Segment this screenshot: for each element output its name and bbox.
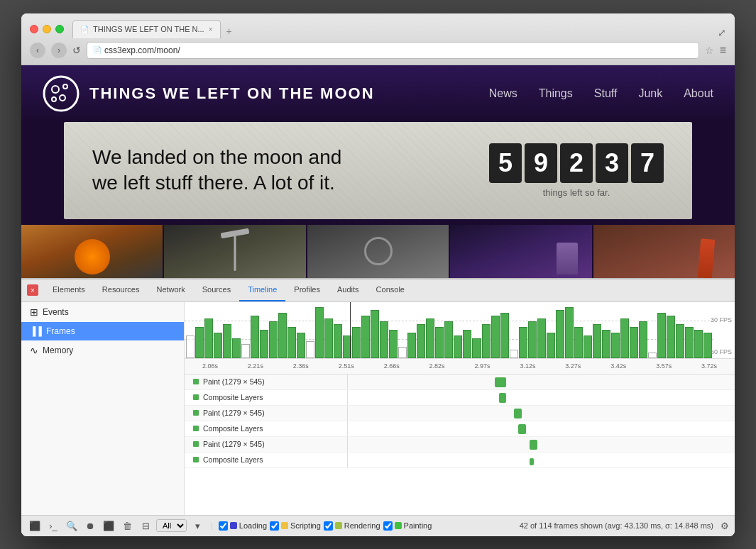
sidebar-label-memory: Memory [43,345,73,355]
nav-link-junk[interactable]: Junk [638,87,662,100]
menu-button[interactable]: ≡ [720,44,726,57]
digit-3: 3 [596,143,628,183]
tab-profiles[interactable]: Profiles [285,279,329,301]
filter-dropdown[interactable]: All [156,519,187,532]
hero-text: We landed on the moon and we left stuff … [92,145,362,196]
ruler-mark-0: 2.06s [187,362,233,370]
tab-sources[interactable]: Sources [194,279,239,301]
address-lock-icon: 📄 [93,46,102,54]
ruler-mark-10: 3.57s [641,362,686,370]
bookmark-button[interactable]: ☆ [705,45,714,56]
ruler-mark-5: 2.82s [415,362,460,370]
records-area: Paint (1279 × 545) Composite Layers [185,375,735,468]
ruler-mark-2: 2.36s [278,362,324,370]
loading-checkbox[interactable] [219,521,228,531]
ruler-mark-11: 3.72s [686,362,732,370]
painting-checkbox[interactable] [383,521,393,531]
rendering-checkbox[interactable] [324,521,333,531]
filter-painting[interactable]: Painting [383,521,432,531]
back-icon: ‹ [36,45,39,55]
sidebar-label-events: Events [43,307,69,317]
record-label-5: Composite Layers [185,453,348,467]
address-field[interactable]: 📄 css3exp.com/moon/ [87,42,699,59]
loading-label: Loading [239,521,267,530]
record-bar-area-3 [348,421,735,436]
svg-point-0 [44,77,78,111]
record-label-2: Paint (1279 × 545) [185,406,348,421]
thumbnail-2[interactable] [164,225,305,278]
table-row: Composite Layers [185,453,735,468]
record-label-4: Paint (1279 × 545) [185,437,348,452]
table-row: Paint (1279 × 545) [185,375,735,390]
record-dot-0 [193,379,199,384]
dock-button[interactable]: ⬛ [27,518,43,533]
thumbnail-4[interactable] [450,225,591,278]
record-bar-area-1 [348,390,735,405]
sidebar-item-memory[interactable]: ∿ Memory [21,340,184,360]
tab-resources[interactable]: Resources [94,279,148,301]
tab-close-btn[interactable]: × [209,26,213,33]
clear-button[interactable]: 🗑 [119,518,135,533]
record-button[interactable]: ⏺ [82,518,98,533]
thumbnail-3[interactable] [307,225,449,278]
record-label-1: Composite Layers [185,390,348,405]
nav-link-stuff[interactable]: Stuff [594,87,618,100]
tab-icon: 📄 [80,26,89,33]
back-button[interactable]: ‹ [30,43,45,58]
record-text-0: Paint (1279 × 545) [203,377,265,386]
record-text-5: Composite Layers [203,455,263,464]
record-block-1 [499,393,507,403]
thumbnails-row [21,219,735,278]
table-row: Paint (1279 × 545) [185,406,735,421]
thumbnail-1[interactable] [21,225,163,278]
title-bar: 📄 THINGS WE LEFT ON THE N... × + ⤢ [21,13,735,39]
table-row: Composite Layers [185,390,735,406]
digit-5: 5 [489,143,522,183]
sidebar-label-frames: Frames [46,326,75,336]
nav-link-about[interactable]: About [684,87,713,100]
record-block-5 [530,458,533,465]
devtools-close-button[interactable]: × [27,284,38,296]
maximize-traffic-light[interactable] [55,25,64,33]
close-traffic-light[interactable] [30,25,38,33]
tab-timeline[interactable]: Timeline [239,279,285,301]
tab-network[interactable]: Network [148,279,193,301]
nav-link-things[interactable]: Things [539,87,573,100]
settings-icon[interactable]: ⚙ [721,521,729,531]
tab-title: THINGS WE LEFT ON THE N... [93,25,204,33]
record-bar-area-4 [348,437,735,452]
scripting-checkbox[interactable] [270,521,279,531]
filter-arrow[interactable]: ▾ [190,518,205,533]
tab-console[interactable]: Console [368,279,413,301]
sidebar-item-frames[interactable]: ▐▐ Frames [21,322,184,340]
ruler-mark-8: 3.27s [550,362,596,370]
stop-button[interactable]: ⬛ [101,518,116,533]
search-button[interactable]: 🔍 [64,518,80,533]
reload-button[interactable]: ↺ [72,45,81,56]
filter-loading[interactable]: Loading [219,521,267,531]
record-dot-1 [193,394,199,400]
console-button[interactable]: ›_ [45,518,61,533]
record-dot-3 [193,426,199,431]
nav-link-news[interactable]: News [489,87,517,100]
browser-tab[interactable]: 📄 THINGS WE LEFT ON THE N... × [72,20,221,38]
filter-rendering[interactable]: Rendering [324,521,380,531]
expand-button[interactable]: ⤢ [718,27,726,38]
tab-audits[interactable]: Audits [329,279,368,301]
new-tab-button[interactable]: + [221,24,238,38]
frames-icon: ▐▐ [30,326,42,336]
fps-bar-chart [185,302,713,358]
events-icon: ⊞ [30,306,38,318]
record-bar-area-2 [348,406,735,421]
filter-scripting[interactable]: Scripting [270,521,321,531]
digit-9: 9 [525,143,557,183]
sidebar-item-events[interactable]: ⊞ Events [21,302,184,322]
record-label-0: Paint (1279 × 545) [185,375,348,389]
flame-chart-button[interactable]: ⊟ [138,518,153,533]
thumbnail-5[interactable] [593,225,735,278]
tab-elements[interactable]: Elements [44,279,94,301]
forward-button[interactable]: › [51,43,67,58]
reload-icon: ↺ [72,45,81,56]
minimize-traffic-light[interactable] [43,25,51,33]
address-bar-row: ‹ › ↺ 📄 css3exp.com/moon/ ☆ ≡ [21,39,735,65]
